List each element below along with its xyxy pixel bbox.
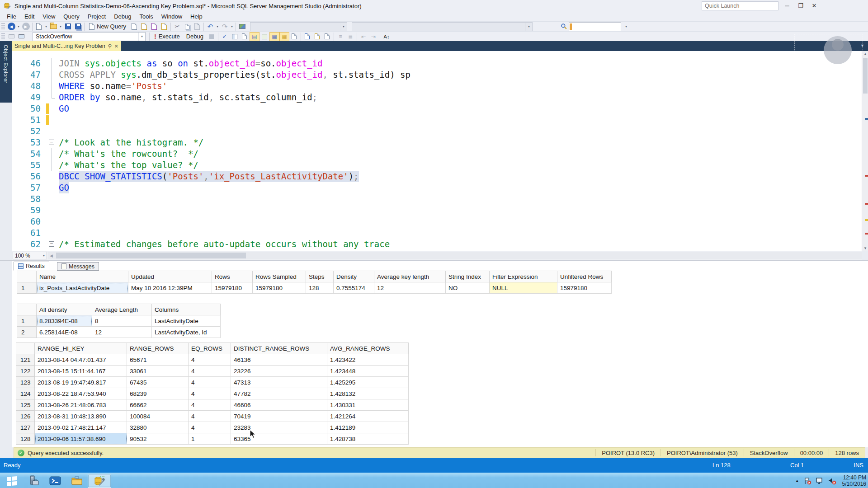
activity-monitor-icon[interactable] (237, 22, 247, 31)
column-header[interactable]: Name (37, 271, 128, 282)
table-cell[interactable]: 2013-08-31 10:48:13.890 (35, 411, 127, 422)
column-header[interactable]: Average Length (92, 304, 152, 315)
line-number[interactable]: 58 (12, 193, 43, 205)
intellisense-icon[interactable]: ▤ (250, 32, 259, 41)
outdent-icon[interactable]: ⇤ (359, 32, 368, 41)
line-number[interactable]: 48 (12, 80, 43, 92)
menu-edit[interactable]: Edit (20, 12, 38, 21)
stop-icon[interactable] (207, 32, 217, 41)
table-cell[interactable]: 2013-08-22 18:47:53.940 (35, 388, 127, 399)
code-line-60[interactable]: 60 (12, 216, 862, 227)
code-text[interactable]: WHERE so.name='Posts' (59, 80, 167, 92)
ssms-taskbar-button[interactable] (88, 474, 111, 488)
code-line-51[interactable]: 51 (12, 114, 862, 126)
table-cell[interactable]: 1 (189, 433, 231, 445)
table-cell[interactable]: 2013-08-14 04:47:01.437 (35, 354, 127, 366)
line-number[interactable]: 52 (12, 126, 43, 137)
table-cell[interactable]: 6.258144E-08 (37, 327, 92, 338)
table-cell[interactable]: 15979180 (253, 282, 306, 294)
column-header[interactable]: EQ_ROWS (189, 343, 231, 354)
column-header[interactable]: Average key length (374, 271, 446, 282)
save-icon[interactable] (63, 22, 73, 31)
column-header[interactable]: AVG_RANGE_ROWS (327, 343, 409, 354)
table-cell[interactable]: 46606 (231, 399, 327, 411)
corner-header[interactable] (17, 304, 37, 315)
row-header[interactable]: 126 (16, 411, 35, 422)
specify-values-icon[interactable] (322, 32, 332, 41)
decrease-indent-icon[interactable]: ≡ (335, 32, 345, 41)
row-header[interactable]: 127 (16, 422, 35, 433)
row-header[interactable]: 1 (17, 282, 37, 294)
column-header[interactable]: RANGE_HI_KEY (35, 343, 127, 354)
table-cell[interactable]: NO (446, 282, 490, 294)
table-cell[interactable]: 1.423448 (327, 366, 409, 377)
table-cell[interactable]: 65671 (127, 354, 189, 366)
line-number[interactable]: 49 (12, 92, 43, 103)
line-number[interactable]: 62 (12, 239, 43, 250)
indent-icon[interactable]: ⇥ (368, 32, 378, 41)
menu-project[interactable]: Project (84, 12, 110, 21)
menu-view[interactable]: View (38, 12, 59, 21)
column-header[interactable]: Rows (212, 271, 253, 282)
toolbar-grip[interactable] (1, 33, 5, 40)
object-explorer-tab[interactable]: Object Explorer (0, 41, 12, 103)
table-cell[interactable]: 23283 (231, 422, 327, 433)
table-cell[interactable]: 1.421264 (327, 411, 409, 422)
change-connection-icon[interactable] (16, 32, 26, 41)
include-actual-plan-icon[interactable] (259, 32, 269, 41)
volume-icon[interactable] (828, 477, 836, 485)
line-number[interactable]: 51 (12, 114, 43, 126)
new-analysis-query-icon[interactable] (139, 22, 149, 31)
line-number[interactable]: 57 (12, 182, 43, 193)
increase-indent-icon[interactable]: ≣ (345, 32, 355, 41)
line-number[interactable]: 47 (12, 69, 43, 80)
code-editor[interactable]: 46JOIN sys.objects as so on st.object_id… (12, 51, 862, 251)
code-text[interactable]: GO (59, 103, 69, 114)
toolbar-overflow-caret[interactable]: ▾ (624, 24, 628, 28)
table-cell[interactable]: 1.430331 (327, 399, 409, 411)
scroll-left-icon[interactable]: ◀ (50, 253, 53, 258)
open-file-icon[interactable] (48, 22, 58, 31)
table-cell[interactable]: 2013-08-26 21:48:06.783 (35, 399, 127, 411)
display-estimated-plan-icon[interactable] (230, 32, 240, 41)
menu-window[interactable]: Window (157, 12, 186, 21)
new-mdx-query-icon[interactable] (149, 22, 159, 31)
table-cell[interactable]: 46136 (231, 354, 327, 366)
code-line-53[interactable]: 53−/* Look at the histogram. */ (12, 137, 862, 148)
fold-margin[interactable]: − (43, 239, 59, 250)
table-cell[interactable]: 1.423422 (327, 354, 409, 366)
minimize-button[interactable]: ─ (780, 0, 794, 11)
table-cell[interactable]: 4 (189, 377, 231, 388)
new-file-icon[interactable] (34, 22, 44, 31)
tray-expand-icon[interactable]: ▲ (795, 479, 799, 483)
new-xmla-query-icon[interactable] (159, 22, 169, 31)
table-cell[interactable]: 4 (189, 366, 231, 377)
column-header[interactable]: String Index (446, 271, 490, 282)
fold-margin[interactable]: − (43, 137, 59, 148)
row-header[interactable]: 1 (17, 315, 37, 327)
column-header[interactable]: RANGE_ROWS (127, 343, 189, 354)
table-cell[interactable]: 2013-08-19 19:47:49.817 (35, 377, 127, 388)
menu-file[interactable]: File (3, 12, 20, 21)
start-button[interactable] (1, 474, 23, 488)
cut-icon[interactable]: ✂ (172, 22, 182, 31)
code-text[interactable]: DBCC SHOW_STATISTICS('Posts','ix_Posts_L… (59, 171, 359, 182)
line-number[interactable]: 56 (12, 171, 43, 182)
new-database-query-icon[interactable] (129, 22, 139, 31)
code-text[interactable]: JOIN sys.objects as so on st.object_id=s… (59, 58, 323, 69)
results-to-file-icon[interactable] (289, 32, 299, 41)
code-line-48[interactable]: 48WHERE so.name='Posts' (12, 80, 862, 92)
query-options-icon[interactable] (240, 32, 250, 41)
action-center-flag-icon[interactable] (803, 477, 811, 485)
file-explorer-button[interactable] (66, 474, 88, 488)
paste-icon[interactable] (192, 22, 202, 31)
table-cell[interactable]: NULL (490, 282, 557, 294)
navigate-back-icon[interactable]: ◀ (6, 22, 16, 31)
code-text[interactable]: /* Look at the histogram. */ (59, 137, 203, 148)
tab-messages[interactable]: Messages (57, 262, 99, 271)
column-header[interactable]: All density (37, 304, 92, 315)
column-header[interactable]: Density (334, 271, 374, 282)
menu-help[interactable]: Help (186, 12, 207, 21)
column-header[interactable]: DISTINCT_RANGE_ROWS (231, 343, 327, 354)
code-text[interactable]: GO (59, 182, 69, 193)
